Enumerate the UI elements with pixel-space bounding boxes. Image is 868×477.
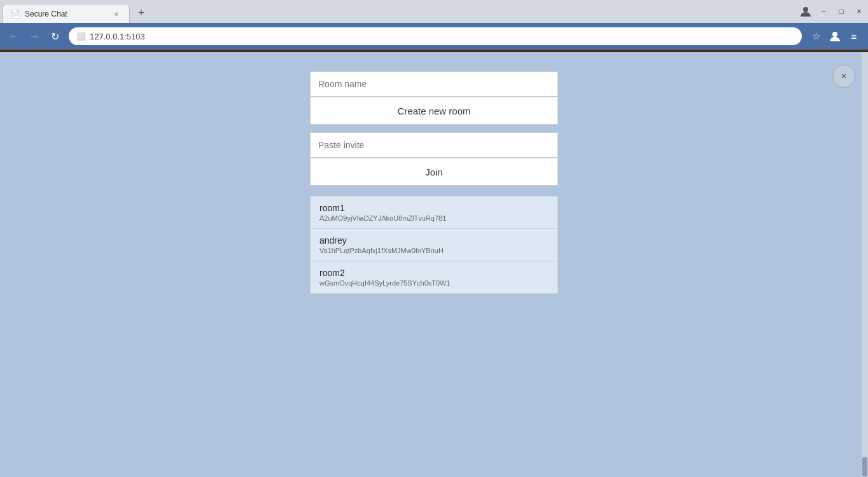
user-account-icon[interactable] bbox=[797, 3, 815, 20]
page-content: × Create new room Join room1A2uMO9yjVlia… bbox=[0, 52, 868, 477]
svg-point-1 bbox=[832, 32, 837, 37]
back-button[interactable]: ← bbox=[5, 27, 23, 45]
address-prefix-icon: ⬜ bbox=[76, 32, 86, 41]
list-item[interactable]: room2wGsmOvqHcqI44SyLyrde75SYch0sT0W1 bbox=[311, 261, 557, 293]
join-button[interactable]: Join bbox=[310, 158, 558, 186]
tab-close-button[interactable]: × bbox=[111, 9, 122, 19]
main-panel: Create new room Join room1A2uMO9yjVliaDZ… bbox=[310, 71, 558, 294]
nav-bar: ← → ↻ ⬜ 127.0.0.1:5103 ☆ ≡ bbox=[0, 23, 868, 50]
active-tab[interactable]: 📄 Secure Chat × bbox=[3, 4, 130, 23]
refresh-button[interactable]: ↻ bbox=[46, 27, 64, 45]
forward-button[interactable]: → bbox=[25, 27, 43, 45]
section-gap bbox=[310, 125, 558, 132]
tab-label: Secure Chat bbox=[25, 10, 67, 18]
tab-bar: 📄 Secure Chat × + − □ × bbox=[0, 0, 868, 23]
profile-button[interactable] bbox=[826, 27, 844, 45]
room-name-label: andrey bbox=[319, 235, 549, 245]
modal-close-button[interactable]: × bbox=[832, 65, 855, 88]
window-close-button[interactable]: × bbox=[850, 3, 868, 20]
room-key-label: Va1hPLqtPzbAqfxj1fXsMJMw0InYBnuH bbox=[319, 247, 549, 254]
create-room-button[interactable]: Create new room bbox=[310, 97, 558, 125]
room-key-label: A2uMO9yjVliaDZYJAkoU8mZlTvuRq781 bbox=[319, 214, 549, 222]
window-controls: − □ × bbox=[797, 0, 868, 23]
scrollbar[interactable] bbox=[862, 52, 868, 477]
room-name-label: room1 bbox=[319, 203, 549, 213]
list-item[interactable]: andreyVa1hPLqtPzbAqfxj1fXsMJMw0InYBnuH bbox=[311, 229, 557, 261]
maximize-button[interactable]: □ bbox=[832, 3, 850, 20]
room-name-label: room2 bbox=[319, 268, 549, 278]
bookmark-button[interactable]: ☆ bbox=[807, 27, 825, 45]
address-bar[interactable]: ⬜ 127.0.0.1:5103 bbox=[69, 27, 802, 45]
section-gap-2 bbox=[310, 186, 558, 193]
tab-page-icon: 📄 bbox=[11, 10, 20, 18]
svg-point-0 bbox=[803, 7, 808, 12]
rooms-list: room1A2uMO9yjVliaDZYJAkoU8mZlTvuRq781and… bbox=[310, 196, 558, 294]
invite-input[interactable] bbox=[310, 132, 558, 158]
list-item[interactable]: room1A2uMO9yjVliaDZYJAkoU8mZlTvuRq781 bbox=[311, 197, 557, 229]
browser-window: 📄 Secure Chat × + − □ × ← → ↻ ⬜ 127.0.0.… bbox=[0, 0, 868, 477]
nav-right-controls: ☆ ≡ bbox=[807, 27, 863, 45]
menu-button[interactable]: ≡ bbox=[845, 27, 863, 45]
new-tab-button[interactable]: + bbox=[132, 4, 150, 22]
room-name-input[interactable] bbox=[310, 71, 558, 97]
room-key-label: wGsmOvqHcqI44SyLyrde75SYch0sT0W1 bbox=[319, 279, 549, 287]
scrollbar-thumb[interactable] bbox=[862, 457, 867, 476]
address-text: 127.0.0.1:5103 bbox=[90, 32, 145, 41]
minimize-button[interactable]: − bbox=[815, 3, 832, 20]
